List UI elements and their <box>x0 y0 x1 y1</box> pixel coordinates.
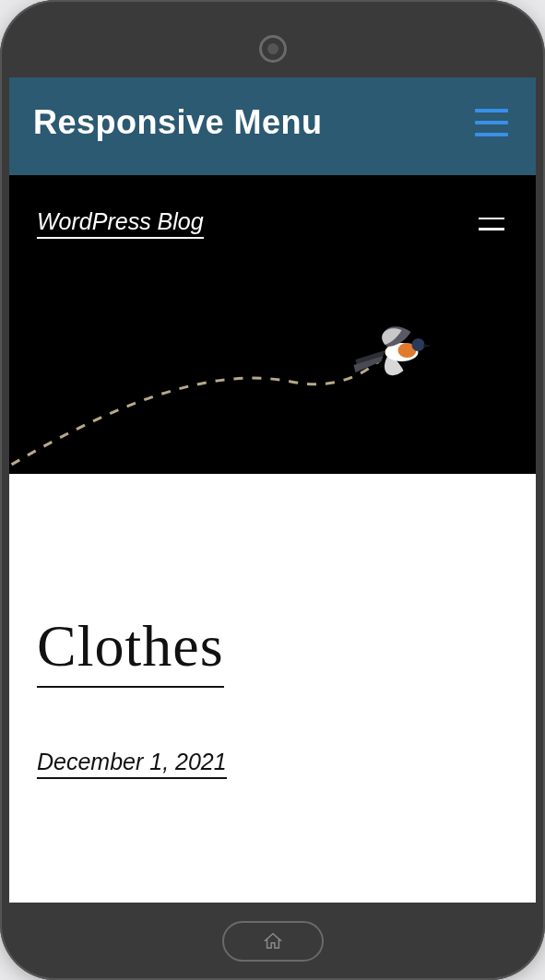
home-icon <box>263 931 283 951</box>
svg-point-2 <box>412 338 425 351</box>
hero-illustration <box>9 308 536 474</box>
site-hero: WordPress Blog <box>9 175 536 474</box>
device-frame: Responsive Menu WordPress Blog <box>0 0 545 980</box>
site-header-row: WordPress Blog <box>9 175 536 239</box>
responsive-menu-title: Responsive Menu <box>33 103 323 142</box>
bird-icon <box>354 326 432 375</box>
post-article: Clothes December 1, 2021 <box>9 474 536 903</box>
post-date-link[interactable]: December 1, 2021 <box>37 749 227 779</box>
page-scroll[interactable]: Responsive Menu WordPress Blog <box>9 77 536 903</box>
responsive-menu-header: Responsive Menu <box>9 77 536 175</box>
post-title-link[interactable]: Clothes <box>37 612 224 688</box>
device-camera <box>259 35 287 63</box>
site-title-link[interactable]: WordPress Blog <box>37 208 204 239</box>
site-menu-icon[interactable] <box>475 214 508 234</box>
hamburger-menu-icon[interactable] <box>471 105 512 140</box>
svg-marker-3 <box>424 344 432 348</box>
flight-path <box>9 361 379 474</box>
device-screen: Responsive Menu WordPress Blog <box>9 77 536 903</box>
device-home-button[interactable] <box>222 921 324 962</box>
